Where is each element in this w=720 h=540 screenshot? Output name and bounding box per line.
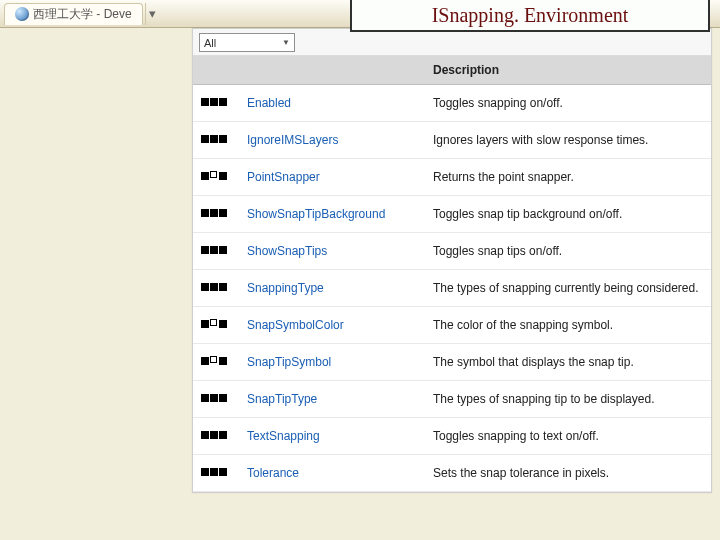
browser-tab[interactable]: 西理工大学 - Deve — [4, 3, 143, 25]
member-description: The symbol that displays the snap tip. — [423, 344, 711, 381]
filter-dropdown[interactable]: All ▼ — [199, 33, 295, 52]
member-link[interactable]: IgnoreIMSLayers — [247, 133, 338, 147]
table-row: SnappingTypeThe types of snapping curren… — [193, 270, 711, 307]
table-row: EnabledToggles snapping on/off. — [193, 85, 711, 122]
member-name-cell: ShowSnapTipBackground — [237, 196, 423, 233]
member-name-cell: Tolerance — [237, 455, 423, 492]
property-readonly-icon — [201, 354, 227, 368]
property-readwrite-icon — [201, 243, 227, 257]
member-link[interactable]: ShowSnapTipBackground — [247, 207, 385, 221]
member-description: The types of snapping tip to be displaye… — [423, 381, 711, 418]
member-link[interactable]: SnapTipSymbol — [247, 355, 331, 369]
member-name-cell: SnapSymbolColor — [237, 307, 423, 344]
page-background: 西理工大学 - Deve ▾ All ▼ Description — [0, 0, 720, 540]
member-link[interactable]: SnapSymbolColor — [247, 318, 344, 332]
members-panel: All ▼ Description EnabledToggles snappin… — [192, 28, 712, 493]
col-header-name — [237, 56, 423, 85]
member-icon-cell — [193, 85, 237, 122]
member-description: Toggles snapping to text on/off. — [423, 418, 711, 455]
member-description: Sets the snap tolerance in pixels. — [423, 455, 711, 492]
member-name-cell: SnappingType — [237, 270, 423, 307]
member-link[interactable]: SnapTipType — [247, 392, 317, 406]
table-row: SnapTipTypeThe types of snapping tip to … — [193, 381, 711, 418]
member-link[interactable]: TextSnapping — [247, 429, 320, 443]
filter-selected-value: All — [204, 37, 216, 49]
tab-dropdown-button[interactable]: ▾ — [145, 3, 159, 25]
member-icon-cell — [193, 344, 237, 381]
member-description: Toggles snapping on/off. — [423, 85, 711, 122]
member-icon-cell — [193, 307, 237, 344]
title-banner: ISnapping. Environment — [350, 0, 710, 32]
table-row: ShowSnapTipsToggles snap tips on/off. — [193, 233, 711, 270]
member-description: The color of the snapping symbol. — [423, 307, 711, 344]
member-link[interactable]: PointSnapper — [247, 170, 320, 184]
member-description: The types of snapping currently being co… — [423, 270, 711, 307]
globe-icon — [15, 7, 29, 21]
banner-title: ISnapping. Environment — [432, 4, 629, 27]
members-table: Description EnabledToggles snapping on/o… — [193, 56, 711, 492]
table-header-row: Description — [193, 56, 711, 85]
property-readwrite-icon — [201, 280, 227, 294]
member-name-cell: SnapTipSymbol — [237, 344, 423, 381]
property-readwrite-icon — [201, 95, 227, 109]
member-name-cell: TextSnapping — [237, 418, 423, 455]
property-readonly-icon — [201, 317, 227, 331]
member-description: Toggles snap tips on/off. — [423, 233, 711, 270]
property-readwrite-icon — [201, 428, 227, 442]
member-icon-cell — [193, 196, 237, 233]
property-readwrite-icon — [201, 132, 227, 146]
member-icon-cell — [193, 418, 237, 455]
member-icon-cell — [193, 233, 237, 270]
property-readwrite-icon — [201, 206, 227, 220]
chevron-down-icon: ▼ — [282, 38, 290, 47]
table-row: SnapTipSymbolThe symbol that displays th… — [193, 344, 711, 381]
table-row: SnapSymbolColorThe color of the snapping… — [193, 307, 711, 344]
member-link[interactable]: ShowSnapTips — [247, 244, 327, 258]
member-name-cell: IgnoreIMSLayers — [237, 122, 423, 159]
member-name-cell: Enabled — [237, 85, 423, 122]
member-icon-cell — [193, 159, 237, 196]
member-name-cell: PointSnapper — [237, 159, 423, 196]
member-description: Ignores layers with slow response times. — [423, 122, 711, 159]
property-readwrite-icon — [201, 391, 227, 405]
member-name-cell: SnapTipType — [237, 381, 423, 418]
member-description: Returns the point snapper. — [423, 159, 711, 196]
member-link[interactable]: Enabled — [247, 96, 291, 110]
member-name-cell: ShowSnapTips — [237, 233, 423, 270]
property-readwrite-icon — [201, 465, 227, 479]
member-link[interactable]: SnappingType — [247, 281, 324, 295]
member-icon-cell — [193, 270, 237, 307]
table-row: TextSnappingToggles snapping to text on/… — [193, 418, 711, 455]
col-header-description: Description — [423, 56, 711, 85]
table-row: ShowSnapTipBackgroundToggles snap tip ba… — [193, 196, 711, 233]
member-icon-cell — [193, 381, 237, 418]
table-row: PointSnapperReturns the point snapper. — [193, 159, 711, 196]
table-row: ToleranceSets the snap tolerance in pixe… — [193, 455, 711, 492]
col-header-icon — [193, 56, 237, 85]
table-row: IgnoreIMSLayersIgnores layers with slow … — [193, 122, 711, 159]
filter-row: All ▼ — [193, 29, 711, 56]
chevron-down-icon: ▾ — [149, 6, 156, 21]
member-icon-cell — [193, 455, 237, 492]
member-link[interactable]: Tolerance — [247, 466, 299, 480]
member-description: Toggles snap tip background on/off. — [423, 196, 711, 233]
property-readonly-icon — [201, 169, 227, 183]
tab-label: 西理工大学 - Deve — [33, 6, 132, 23]
member-icon-cell — [193, 122, 237, 159]
